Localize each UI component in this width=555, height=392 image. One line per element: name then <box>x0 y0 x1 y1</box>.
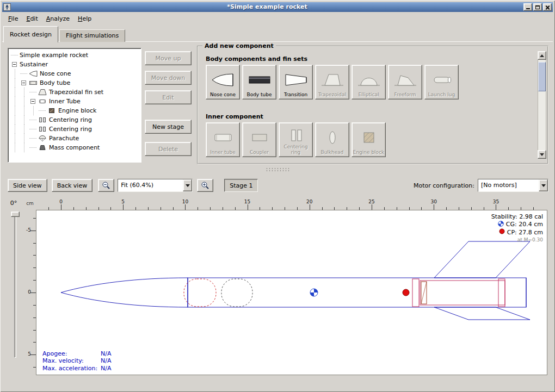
tree-expander-icon <box>11 51 19 60</box>
button-label: Move up <box>156 55 181 62</box>
tree-indent <box>11 88 29 97</box>
component-button-label: Transition <box>284 92 308 98</box>
add-freeform-button: Freeform <box>388 65 422 99</box>
flight-stat-label: Max. velocity: <box>42 357 101 365</box>
component-icon <box>38 116 47 124</box>
component-button-label: Elliptical <box>359 92 379 98</box>
tab-label: Flight simulations <box>66 32 119 39</box>
component-button-label: Trapezoidal <box>318 92 346 98</box>
fin-top-outline[interactable] <box>434 241 530 278</box>
button-label: Delete <box>158 146 178 153</box>
titlebar[interactable]: *Simple example rocket <box>2 2 553 12</box>
add-engine-block-button: Engine block <box>351 122 386 157</box>
tree-item-label: Centering ring <box>49 116 92 123</box>
tree-item-trapezoidal-fin-set[interactable]: Trapezoidal fin set <box>11 88 140 97</box>
add-inner-tube-button: Inner tube <box>206 122 240 157</box>
maximize-button[interactable] <box>533 3 542 11</box>
tree-item-nose-cone[interactable]: Nose cone <box>11 69 140 78</box>
rocket-drawing-area[interactable]: Stability: 2.98 cal CG: 20.4 cm CP: 27.8… <box>36 210 547 375</box>
motor-configuration-label: Motor configuration: <box>414 182 474 189</box>
tree-item-centering-ring[interactable]: Centering ring <box>11 115 140 125</box>
component-button-label: Centering ring <box>280 145 312 155</box>
stage-1-toggle[interactable]: Stage 1 <box>224 179 258 192</box>
flight-stat-value: N/A <box>101 357 111 365</box>
tree-expander-icon[interactable] <box>21 80 26 85</box>
rotation-slider-thumb[interactable] <box>11 211 20 217</box>
component-type-icon <box>357 126 381 150</box>
add-launch-lug-button: Launch lug <box>424 65 459 99</box>
status-bar <box>2 377 553 388</box>
splitter-handle[interactable] <box>2 166 553 174</box>
minimize-button[interactable] <box>523 3 532 11</box>
menu-help[interactable]: Help <box>75 14 95 23</box>
cp-icon <box>499 228 505 237</box>
component-icon <box>38 98 47 105</box>
cg-marker <box>310 289 318 296</box>
tree-indent <box>11 106 39 115</box>
tree-indent <box>11 78 20 88</box>
tree-item-label: Simple example rocket <box>20 52 88 59</box>
scroll-up-button[interactable] <box>538 51 546 60</box>
tree-item-label: Inner Tube <box>49 98 81 105</box>
rotation-slider[interactable] <box>14 213 16 358</box>
tree-item-mass-component[interactable]: Mass component <box>11 143 140 152</box>
menu-analyze[interactable]: Analyze <box>43 14 73 23</box>
tree-expander-icon[interactable] <box>30 99 35 104</box>
close-button[interactable] <box>543 3 552 11</box>
tree-indent <box>11 115 29 125</box>
component-type-icon <box>357 68 381 92</box>
tree-expander-icon <box>20 69 28 78</box>
menu-file[interactable]: File <box>5 14 21 23</box>
zoom-out-button[interactable] <box>98 179 114 192</box>
tree-item-parachute[interactable]: Parachute <box>11 134 140 143</box>
tree-item-body-tube[interactable]: Body tube <box>11 78 140 88</box>
motor-configuration-select[interactable]: [No motors] <box>478 179 548 192</box>
component-icon <box>38 89 47 96</box>
tree-expander-icon <box>29 115 38 125</box>
tree-expander-icon <box>29 88 38 97</box>
tab-flight-simulations[interactable]: Flight simulations <box>59 29 125 42</box>
move-down-button: Move down <box>145 71 192 85</box>
arrow-down-icon <box>540 153 544 158</box>
scroll-down-button[interactable] <box>538 150 546 159</box>
tree-item-simple-example-rocket[interactable]: Simple example rocket <box>11 51 140 60</box>
tree-item-centering-ring[interactable]: Centering ring <box>11 125 140 134</box>
zoom-select[interactable]: Fit (60.4%) <box>118 179 193 192</box>
back-view-button[interactable]: Back view <box>52 179 93 192</box>
dropdown-arrow-icon[interactable] <box>183 179 192 191</box>
button-label: Move down <box>151 74 186 82</box>
zoom-in-button[interactable] <box>197 179 213 192</box>
magnifier-minus-icon <box>102 181 110 190</box>
add-nose-cone-button[interactable]: Nose cone <box>206 65 240 99</box>
nose-cone-outline[interactable] <box>61 278 188 307</box>
side-view-button[interactable]: Side view <box>8 179 47 192</box>
add-transition-button[interactable]: Transition <box>279 65 313 99</box>
tab-rocket-design[interactable]: Rocket design <box>3 26 58 42</box>
view-toolbar: Side view Back view Fit (60.4%) Stage 1 … <box>8 178 548 192</box>
new-stage-button[interactable]: New stage <box>145 120 192 134</box>
body-tube-outline[interactable] <box>188 278 526 307</box>
tree-expander-icon[interactable] <box>12 62 17 67</box>
component-button-label: Bulkhead <box>320 150 343 155</box>
fin-bottom-outline[interactable] <box>434 307 530 320</box>
tab-bar: Rocket designFlight simulations <box>3 26 126 42</box>
tree-item-inner-tube[interactable]: Inner Tube <box>11 97 140 106</box>
tree-expander-icon <box>39 106 47 115</box>
add-elliptical-button: Elliptical <box>351 65 386 99</box>
app-window: *Simple example rocket FileEditAnalyzeHe… <box>0 0 555 392</box>
tree-item-engine-block[interactable]: Engine block <box>11 106 140 115</box>
add-body-tube-button[interactable]: Body tube <box>242 65 276 99</box>
tree-indent <box>11 69 20 78</box>
component-scrollbar[interactable] <box>538 51 546 159</box>
tree-item-label: Sustainer <box>20 61 48 68</box>
app-icon <box>3 3 11 11</box>
menu-edit[interactable]: Edit <box>23 14 41 23</box>
component-icon <box>38 126 47 133</box>
component-tree[interactable]: Simple example rocket Sustainer Nose con… <box>8 48 141 163</box>
tree-item-sustainer[interactable]: Sustainer <box>11 60 140 69</box>
component-button-label: Inner tube <box>210 150 236 155</box>
button-label: Stage 1 <box>230 182 252 189</box>
cg-text: CG: 20.4 cm <box>506 221 543 228</box>
dropdown-arrow-icon[interactable] <box>539 179 548 191</box>
scrollbar-thumb[interactable] <box>538 62 546 91</box>
